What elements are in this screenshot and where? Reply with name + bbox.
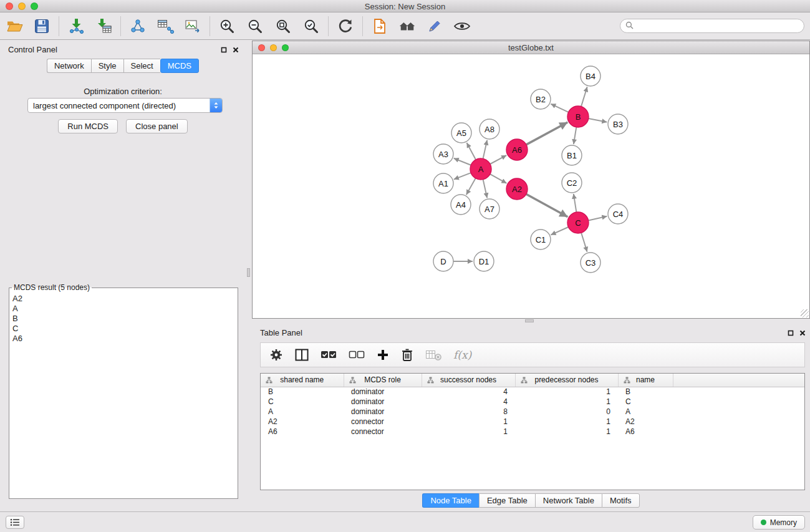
table-settings-gear-icon[interactable]: [269, 348, 283, 362]
export-image-icon[interactable]: [184, 17, 201, 35]
delete-column-trash-icon[interactable]: [401, 348, 413, 362]
node-A6[interactable]: A6: [506, 139, 528, 160]
result-item[interactable]: A2: [12, 294, 234, 304]
new-network-icon[interactable]: [129, 17, 147, 35]
import-table-icon[interactable]: [95, 17, 112, 35]
show-columns-icon[interactable]: [295, 349, 309, 361]
deselect-all-icon[interactable]: [349, 349, 365, 360]
node-C[interactable]: C: [567, 212, 589, 233]
edge-B-B4[interactable]: [581, 87, 587, 107]
edge-B-B1[interactable]: [574, 127, 576, 144]
delete-table-icon[interactable]: [425, 349, 441, 361]
edge-A-A6[interactable]: [490, 155, 506, 164]
network-close-button[interactable]: [258, 44, 265, 51]
node-A7[interactable]: A7: [480, 199, 499, 219]
float-table-panel-icon[interactable]: [788, 329, 794, 338]
annotation-pen-icon[interactable]: [426, 17, 443, 35]
node-A1[interactable]: A1: [433, 173, 453, 193]
memory-button[interactable]: Memory: [753, 515, 805, 530]
float-panel-icon[interactable]: [221, 46, 227, 55]
edge-A2-C[interactable]: [526, 194, 568, 217]
tab-edge-table[interactable]: Edge Table: [479, 493, 535, 508]
network-canvas[interactable]: B4B2BB3A5A8A6B1A3AC2A1A2A4A7C4CC1C3DD1: [253, 55, 809, 318]
edge-A-A2[interactable]: [490, 174, 507, 183]
close-panel-button[interactable]: Close panel: [126, 119, 188, 133]
edge-B-B2[interactable]: [551, 104, 568, 112]
node-A2[interactable]: A2: [506, 178, 528, 200]
resize-grip[interactable]: [801, 309, 809, 317]
column-header[interactable]: successor nodes: [422, 374, 515, 387]
vertical-split-handle[interactable]: [247, 268, 250, 277]
edge-A-A5[interactable]: [467, 143, 476, 160]
node-C4[interactable]: C4: [608, 204, 628, 224]
node-A5[interactable]: A5: [451, 123, 471, 143]
import-network-icon[interactable]: [67, 17, 85, 35]
tab-network[interactable]: Network: [47, 59, 91, 73]
zoom-in-icon[interactable]: [218, 17, 236, 35]
tab-motifs[interactable]: Motifs: [602, 493, 640, 508]
network-zoom-button[interactable]: [282, 44, 289, 51]
table-row[interactable]: A6connector11A6: [261, 427, 804, 437]
open-session-icon[interactable]: [6, 17, 23, 35]
result-item[interactable]: B: [12, 314, 234, 324]
close-panel-icon[interactable]: [233, 46, 239, 55]
zoom-selected-icon[interactable]: [302, 17, 320, 35]
node-C1[interactable]: C1: [531, 230, 551, 249]
tab-network-table[interactable]: Network Table: [535, 493, 602, 508]
select-all-icon[interactable]: [321, 349, 337, 360]
table-row[interactable]: Bdominator41B: [261, 387, 804, 397]
edge-C-C4[interactable]: [589, 216, 607, 221]
edge-C-C1[interactable]: [551, 227, 568, 235]
edge-A-A4[interactable]: [466, 178, 476, 195]
network-graph[interactable]: B4B2BB3A5A8A6B1A3AC2A1A2A4A7C4CC1C3DD1: [253, 55, 809, 319]
edge-A6-B[interactable]: [526, 122, 567, 145]
tab-mcds[interactable]: MCDS: [160, 59, 199, 73]
result-item[interactable]: A6: [12, 334, 234, 344]
node-B2[interactable]: B2: [531, 89, 551, 109]
eye-icon[interactable]: [453, 17, 471, 35]
node-D1[interactable]: D1: [474, 251, 494, 271]
zoom-fit-icon[interactable]: [274, 17, 292, 35]
zoom-out-icon[interactable]: [246, 17, 264, 35]
home-icon[interactable]: [398, 17, 416, 35]
column-header[interactable]: MCDS role: [344, 374, 422, 387]
tab-select[interactable]: Select: [123, 59, 160, 73]
optimization-dropdown[interactable]: largest connected component (directed): [27, 98, 223, 113]
search-field[interactable]: [620, 19, 804, 33]
node-D[interactable]: D: [433, 251, 453, 271]
node-C2[interactable]: C2: [562, 173, 582, 193]
column-header[interactable]: name: [618, 374, 673, 387]
save-session-icon[interactable]: [33, 17, 51, 35]
node-B4[interactable]: B4: [581, 66, 600, 86]
result-item[interactable]: C: [12, 324, 234, 334]
search-input[interactable]: [637, 22, 799, 31]
task-history-button[interactable]: [6, 516, 24, 529]
column-header[interactable]: shared name: [261, 374, 344, 387]
node-B1[interactable]: B1: [562, 145, 582, 165]
node-B3[interactable]: B3: [608, 114, 628, 134]
node-A[interactable]: A: [470, 158, 491, 180]
close-table-panel-icon[interactable]: [799, 329, 806, 338]
edge-B-B3[interactable]: [589, 118, 607, 122]
network-from-table-icon[interactable]: [157, 17, 174, 35]
edge-A-A7[interactable]: [483, 180, 488, 198]
open-document-icon[interactable]: [371, 17, 388, 35]
network-minimize-button[interactable]: [270, 44, 277, 51]
function-builder-icon[interactable]: f(x): [453, 349, 471, 361]
table-row[interactable]: A2connector11A2: [261, 417, 804, 427]
network-window-titlebar[interactable]: testGlobe.txt: [253, 41, 809, 54]
tab-style[interactable]: Style: [91, 59, 123, 73]
horizontal-split-handle[interactable]: [525, 319, 534, 322]
edge-A-A3[interactable]: [454, 158, 471, 165]
tab-node-table[interactable]: Node Table: [422, 493, 479, 508]
result-item[interactable]: A: [12, 304, 234, 314]
node-A4[interactable]: A4: [451, 195, 471, 215]
add-column-icon[interactable]: [377, 349, 389, 361]
column-header[interactable]: predecessor nodes: [515, 374, 618, 387]
run-mcds-button[interactable]: Run MCDS: [58, 119, 118, 133]
node-A8[interactable]: A8: [480, 119, 499, 139]
node-C3[interactable]: C3: [581, 253, 600, 273]
edge-A-A1[interactable]: [454, 173, 471, 180]
edge-A-A8[interactable]: [483, 140, 488, 159]
apply-layout-icon[interactable]: [337, 17, 354, 35]
